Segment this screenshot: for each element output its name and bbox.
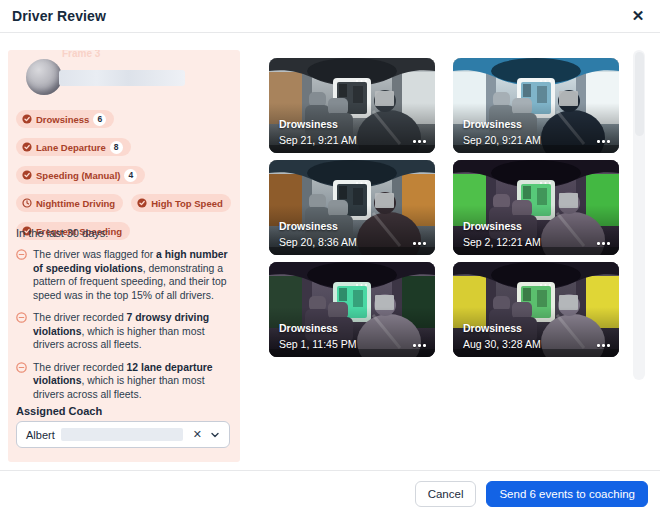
- driver-summary: In the last 30 days: The driver was flag…: [16, 227, 232, 410]
- avatar: [26, 59, 62, 95]
- event-timestamp: Sep 20, 9:21 AM: [463, 134, 541, 146]
- event-thumbnail[interactable]: DrowsinessSep 1, 11:45 PM: [269, 262, 435, 357]
- badge-label: Drowsiness: [36, 114, 89, 125]
- event-type-label: Drowsiness: [463, 118, 522, 130]
- event-timestamp: Sep 20, 8:36 AM: [279, 236, 357, 248]
- violation-badge-list: Drowsiness6Lane Departure8Speeding (Manu…: [16, 110, 232, 240]
- badge-label: Lane Departure: [36, 142, 106, 153]
- badge-label: Speeding (Manual): [36, 170, 120, 181]
- close-icon[interactable]: ✕: [626, 4, 650, 28]
- badge-label: High Top Speed: [151, 198, 223, 209]
- badge-count: 6: [93, 113, 106, 126]
- event-thumbnail[interactable]: DrowsinessSep 20, 8:36 AM: [269, 160, 435, 255]
- ellipsis-icon[interactable]: [413, 344, 426, 347]
- minus-circle-icon: [16, 361, 27, 402]
- violation-badge: High Top Speed: [131, 194, 231, 212]
- ellipsis-icon[interactable]: [597, 344, 610, 347]
- event-type-label: Drowsiness: [279, 118, 338, 130]
- assigned-coach-select[interactable]: Albert ✕: [16, 421, 230, 448]
- modal-footer: Cancel Send 6 events to coaching: [0, 470, 660, 517]
- clock-icon: [22, 198, 32, 208]
- frame-watermark: Frame 3: [62, 50, 100, 59]
- violation-badge: Nighttime Driving: [16, 194, 123, 212]
- event-timestamp: Sep 21, 9:21 AM: [279, 134, 357, 146]
- minus-circle-icon: [16, 248, 27, 302]
- event-timestamp: Sep 2, 12:21 AM: [463, 236, 541, 248]
- bullet-text: The driver was flagged for a high number…: [33, 248, 232, 302]
- minus-circle-icon: [16, 311, 27, 352]
- scrollbar[interactable]: [633, 50, 645, 380]
- cancel-button[interactable]: Cancel: [415, 481, 477, 507]
- ellipsis-icon[interactable]: [597, 140, 610, 143]
- summary-heading: In the last 30 days:: [16, 227, 232, 239]
- violation-badge: Lane Departure8: [16, 138, 131, 156]
- ellipsis-icon[interactable]: [597, 242, 610, 245]
- clear-icon[interactable]: ✕: [191, 428, 204, 441]
- assigned-coach-label: Assigned Coach: [16, 405, 102, 417]
- event-thumbnail[interactable]: DrowsinessSep 2, 12:21 AM: [453, 160, 619, 255]
- ellipsis-icon[interactable]: [413, 140, 426, 143]
- event-thumbnail[interactable]: DrowsinessSep 20, 9:21 AM: [453, 58, 619, 153]
- event-type-label: Drowsiness: [279, 322, 338, 334]
- seal-check-icon: [137, 198, 147, 208]
- ellipsis-icon[interactable]: [413, 242, 426, 245]
- driver-summary-panel: Frame 3 Drowsiness6Lane Departure8Speedi…: [8, 50, 240, 462]
- event-type-label: Drowsiness: [463, 322, 522, 334]
- summary-bullet: The driver recorded 7 drowsy driving vio…: [16, 311, 232, 352]
- scrollbar-thumb[interactable]: [635, 52, 644, 136]
- event-timestamp: Sep 1, 11:45 PM: [279, 338, 356, 350]
- page-title: Driver Review: [12, 8, 106, 24]
- summary-bullet: The driver was flagged for a high number…: [16, 248, 232, 302]
- event-thumbnail[interactable]: DrowsinessSep 21, 9:21 AM: [269, 58, 435, 153]
- driver-name-redacted: [59, 70, 185, 86]
- event-type-label: Drowsiness: [279, 220, 338, 232]
- send-to-coaching-button[interactable]: Send 6 events to coaching: [486, 481, 648, 507]
- bullet-text: The driver recorded 12 lane departure vi…: [33, 361, 232, 402]
- modal-header: Driver Review ✕: [0, 0, 660, 33]
- violation-badge: Speeding (Manual)4: [16, 166, 145, 184]
- chevron-down-icon[interactable]: [210, 430, 220, 440]
- coach-name: Albert: [26, 429, 55, 441]
- events-grid: DrowsinessSep 21, 9:21 AM DrowsinessSep …: [269, 58, 619, 357]
- badge-count: 4: [124, 169, 137, 182]
- seal-check-icon: [22, 170, 32, 180]
- violation-badge: Drowsiness6: [16, 110, 114, 128]
- event-thumbnail[interactable]: DrowsinessAug 30, 3:28 AM: [453, 262, 619, 357]
- badge-count: 8: [110, 141, 123, 154]
- coach-name-redacted: [61, 428, 183, 441]
- bullet-text: The driver recorded 7 drowsy driving vio…: [33, 311, 232, 352]
- event-type-label: Drowsiness: [463, 220, 522, 232]
- seal-check-icon: [22, 114, 32, 124]
- badge-label: Nighttime Driving: [36, 198, 115, 209]
- summary-bullet: The driver recorded 12 lane departure vi…: [16, 361, 232, 402]
- driver-review-modal: Driver Review ✕ Frame 3 Drowsiness6Lane …: [0, 0, 660, 517]
- seal-check-icon: [22, 142, 32, 152]
- summary-bullet-list: The driver was flagged for a high number…: [16, 248, 232, 401]
- event-timestamp: Aug 30, 3:28 AM: [463, 338, 541, 350]
